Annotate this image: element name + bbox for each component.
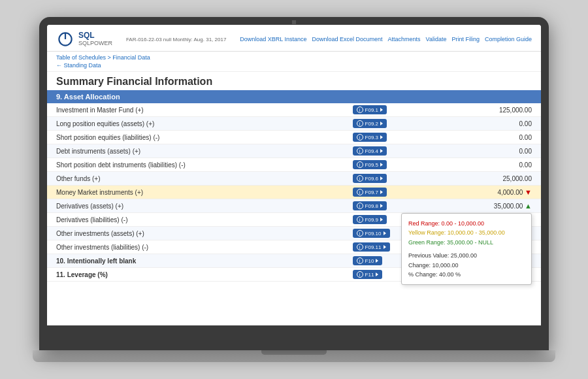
field-button[interactable]: i F09.7 [353, 188, 387, 197]
top-nav[interactable]: Download XBRL Instance Download Excel Do… [240, 36, 532, 42]
row-label: 11. Leverage (%) [47, 268, 344, 282]
row-label: Short position equities (liabilities) (-… [47, 131, 344, 144]
table-row: Long position equities (assets) (+) i F0… [47, 117, 541, 131]
row-label: Money Market instruments (+) [47, 186, 344, 199]
arrow-right-icon [384, 231, 386, 235]
page-title: Summary Financial Information [47, 72, 541, 90]
table-row: Short position equities (liabilities) (-… [47, 131, 541, 144]
field-button[interactable]: i F09.5 [353, 160, 387, 169]
row-label: 10. Intentionally left blank [47, 254, 344, 268]
row-label: Short position debt instruments (liabili… [47, 158, 344, 172]
field-button[interactable]: i F09.4 [353, 146, 387, 156]
value-cell: 25,000.00 [442, 172, 541, 186]
info-icon: i [357, 148, 363, 154]
info-icon: i [357, 203, 363, 209]
value-cell: 0.00 [442, 117, 541, 131]
section-header: 9. Asset Allocation [47, 90, 541, 103]
laptop-body: SQLSQLPOWER FAR-016-22-03 null Monthly: … [39, 17, 549, 350]
field-button[interactable]: i F09.9 [353, 215, 387, 224]
row-label: Other funds (+) [47, 172, 344, 186]
arrow-right-icon [380, 204, 383, 208]
arrow-right-icon [380, 176, 383, 180]
info-icon: i [357, 257, 363, 264]
table-row: Derivatives (assets) (+) i F09.8 35,000.… [47, 199, 541, 213]
arrow-up-icon: ▲ [525, 202, 532, 210]
arrow-right-icon [376, 272, 378, 276]
arrow-right-icon [380, 163, 383, 167]
nav-attachments[interactable]: Attachments [388, 36, 421, 42]
table-row: Other funds (+) i F09.6 25,000.00 [47, 172, 541, 186]
row-label: Long position equities (assets) (+) [47, 117, 344, 131]
table-row: Short position debt instruments (liabili… [47, 158, 541, 172]
arrow-right-icon [380, 108, 383, 112]
value-cell: 0.00 [442, 158, 541, 172]
tooltip-box: Red Range: 0.00 - 10,000.00 Yellow Range… [401, 213, 532, 285]
back-link[interactable]: ← Standing Data [56, 62, 532, 69]
info-icon: i [357, 175, 363, 182]
row-label: Other investments (assets) (+) [47, 227, 344, 240]
arrow-right-icon [380, 135, 383, 139]
field-button[interactable]: i F09.10 [353, 229, 390, 238]
file-info: FAR-016-22-03 null Monthly: Aug. 31, 201… [126, 37, 226, 42]
arrow-right-icon [380, 190, 383, 194]
breadcrumb-bar: Table of Schedules > Financial Data ← St… [47, 52, 541, 72]
field-button[interactable]: i F09.11 [353, 242, 390, 252]
nav-completion[interactable]: Completion Guide [485, 36, 532, 42]
info-icon: i [357, 120, 363, 127]
row-label: Investment in Master Fund (+) [47, 103, 344, 117]
laptop-screen: SQLSQLPOWER FAR-016-22-03 null Monthly: … [47, 25, 541, 325]
value-cell: 0.00 [442, 144, 541, 158]
row-label: Derivatives (assets) (+) [47, 199, 344, 213]
field-button[interactable]: i F09.3 [353, 133, 387, 142]
logo-area: SQLSQLPOWER [56, 30, 112, 48]
field-button[interactable]: i F09.8 [353, 201, 387, 210]
field-button[interactable]: i F09.6 [353, 174, 387, 183]
tooltip-change: Change: 10,000.00 [408, 261, 525, 270]
arrow-right-icon [380, 122, 383, 125]
field-button[interactable]: i F09.1 [353, 105, 387, 114]
row-label: Derivatives (liabilities) (-) [47, 213, 344, 227]
row-label: Other investments (liabilities) (-) [47, 240, 344, 254]
arrow-right-icon [380, 218, 383, 222]
tooltip-yellow-range: Yellow Range: 10,000.00 - 35,000.00 [408, 228, 525, 237]
value-cell: 4,000.00 ▼ [442, 186, 541, 199]
info-icon: i [357, 216, 363, 223]
logo-text: SQLSQLPOWER [78, 31, 112, 46]
info-icon: i [357, 230, 363, 237]
field-button[interactable]: i F11 [353, 270, 383, 279]
nav-validate[interactable]: Validate [426, 36, 447, 42]
breadcrumb[interactable]: Table of Schedules > Financial Data [56, 54, 150, 61]
info-icon: i [357, 107, 363, 113]
field-button[interactable]: i F10 [353, 256, 383, 265]
table-row: Investment in Master Fund (+) i F09.1 12… [47, 103, 541, 117]
arrow-right-icon [380, 149, 383, 153]
top-bar: SQLSQLPOWER FAR-016-22-03 null Monthly: … [47, 25, 541, 52]
info-icon: i [357, 189, 363, 195]
arrow-right-icon [376, 259, 378, 263]
tooltip-prev-value: Previous Value: 25,000.00 [408, 251, 525, 260]
info-icon: i [357, 161, 363, 168]
info-icon: i [357, 244, 363, 250]
laptop-base [33, 350, 555, 362]
field-button[interactable]: i F09.2 [353, 119, 387, 128]
row-label: Debt instruments (assets) (+) [47, 144, 344, 158]
table-row: Money Market instruments (+) i F09.7 4,0… [47, 186, 541, 199]
tooltip-pct-change: % Change: 40.00 % [408, 270, 525, 279]
arrow-right-icon [384, 245, 386, 249]
screen-content: SQLSQLPOWER FAR-016-22-03 null Monthly: … [47, 25, 541, 325]
value-cell: 0.00 [442, 131, 541, 144]
tooltip-red-range: Red Range: 0.00 - 10,000.00 [408, 219, 525, 228]
tooltip-green-range: Green Range: 35,000.00 - NULL [408, 238, 525, 247]
sqlpower-logo-icon [56, 30, 74, 48]
nav-download-xbrl[interactable]: Download XBRL Instance [240, 36, 306, 42]
value-cell: 125,000.00 [442, 103, 541, 117]
arrow-down-icon: ▼ [525, 188, 532, 196]
info-icon: i [357, 271, 363, 278]
value-cell: 35,000.00 ▲ [442, 199, 541, 213]
table-row: Debt instruments (assets) (+) i F09.4 0.… [47, 144, 541, 158]
info-icon: i [357, 134, 363, 140]
nav-print[interactable]: Print Filing [451, 36, 480, 42]
nav-download-excel[interactable]: Download Excel Document [312, 36, 382, 42]
laptop-notch [261, 350, 327, 355]
